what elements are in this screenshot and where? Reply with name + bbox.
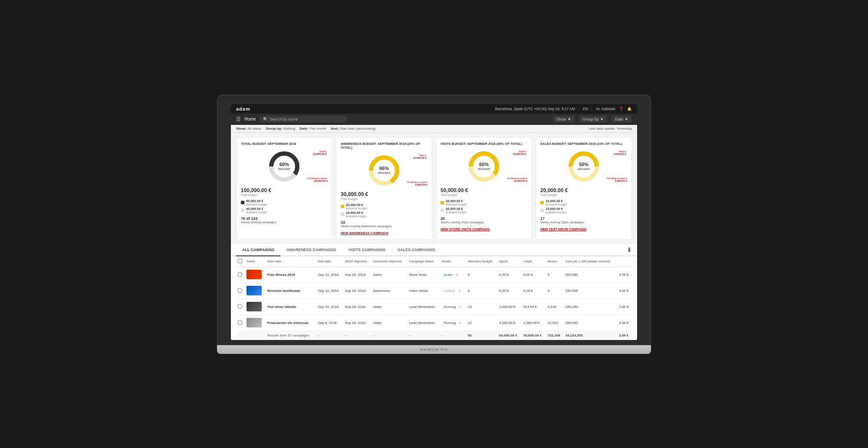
status-badge: Active	[442, 272, 455, 277]
row-spent: 0.00 €	[522, 283, 546, 299]
results-cost: 2.04 €	[617, 331, 632, 340]
status-dropdown-arrow[interactable]: ▼	[456, 274, 458, 276]
row-reach: 289,990	[564, 315, 618, 331]
col-header-fb_objective: Facebook Objective	[372, 256, 408, 267]
search-placeholder: Search by name	[270, 117, 298, 121]
row-checkbox[interactable]	[236, 267, 245, 283]
select-all-checkbox[interactable]	[238, 259, 242, 263]
pending-label: Pending to spent:10,000.00 €	[507, 177, 527, 182]
row-cost: 3.53 €	[617, 267, 632, 283]
budget-stores: 76 of 103 Stores running campaigns	[241, 216, 328, 224]
allocated-color-box	[241, 201, 244, 204]
show-filter: Show: All status	[236, 127, 261, 131]
show-button[interactable]: Show ▼	[553, 116, 575, 123]
row-budget: 0.00 €	[497, 283, 522, 299]
col-header-seat_objective: SEAT objective	[343, 256, 372, 267]
new-campaign-link[interactable]: NEW STORE VISITS CAMPAIGN	[441, 227, 527, 231]
new-campaign-link[interactable]: NEW TEST DRIVE CAMPAIGN	[540, 227, 627, 231]
tab-all[interactable]: ALL CAMPAIGNS	[236, 244, 280, 256]
row-budget: 0.00 €	[497, 267, 522, 283]
row-seat-objective: Visits	[372, 299, 408, 315]
row-status: Running ▼	[440, 299, 466, 315]
results-reach: 34,234,553	[564, 331, 618, 340]
budget-stores: 33 Stores running Awareness campaigns	[341, 220, 427, 228]
app-logo: adam	[236, 106, 250, 111]
filter-bar: Show: All status Group by: Nothing Date:…	[231, 125, 637, 133]
laptop-base: MacBook Pro	[217, 345, 651, 354]
spent-label: Spent:11,000.00 €	[413, 154, 427, 159]
group-by-filter: Group by: Nothing	[266, 127, 295, 131]
status-dropdown-arrow[interactable]: ▼	[459, 322, 462, 324]
status-badge: Running	[442, 304, 458, 309]
language-selector[interactable]: EN	[583, 107, 588, 111]
row-leads: 12,502	[546, 315, 564, 331]
hamburger-icon[interactable]: ☰	[236, 116, 241, 122]
col-header-reach: Reach	[546, 256, 564, 267]
search-box[interactable]: 🔍 Search by name	[260, 116, 346, 123]
budget-total: 20,000.00 €	[540, 187, 627, 193]
col-header-name: Name	[245, 256, 266, 267]
screen-bezel: adam Barcelona, Spain (UTC +02:00) Sep 1…	[217, 95, 651, 345]
bell-icon[interactable]: 🔔	[627, 107, 632, 111]
row-stores: 23	[466, 299, 497, 315]
budget-card-2: VISITS BUDGET: SEPTEMBER 2018 (30% of to…	[436, 137, 532, 240]
row-status: Active ▼	[440, 267, 466, 283]
row-start-date: Sep 10, 2018	[316, 299, 343, 315]
col-header-start_date: Start date ↓	[266, 256, 316, 267]
status-dropdown-arrow[interactable]: ▼	[458, 290, 461, 292]
available-budget-line: 40,000.00 € Available budget	[241, 207, 328, 214]
row-leads: 0	[546, 267, 564, 283]
available-budget-line: 10,000.00 € Available budget	[540, 207, 627, 214]
row-preview	[245, 299, 266, 315]
available-color-box	[540, 209, 544, 212]
row-stores: 0	[466, 267, 497, 283]
status-dropdown-arrow[interactable]: ▼	[459, 306, 462, 308]
table-header: NameStart date ↓End dateSEAT objectiveFa…	[236, 256, 632, 267]
tab-awareness[interactable]: AWARENESS CAMPAIGNS	[280, 244, 342, 256]
export-icon[interactable]: ⬇	[627, 246, 632, 253]
pending-label: Pending to spent:9,000.00 €	[407, 181, 427, 186]
row-spent: 0.00 €	[522, 267, 546, 283]
budget-card-title: SALES BUDGET: SEPTEMBER 2018 (10% of tot…	[540, 142, 627, 146]
row-end-date: Sep 28, 2018	[343, 299, 372, 315]
allocated-budget-line: 30,000.00 € Allocated budget	[441, 199, 527, 206]
budget-card-0: TOTAL BUDGET: SEPTEMBER 2018 60% allocat…	[236, 137, 332, 240]
group-by-button[interactable]: Group by ▼	[579, 116, 607, 123]
donut-container: 50% allocated Spent:5,000.00 € Pending t…	[540, 149, 627, 184]
available-budget-line: 10,000.00 € Available budget	[341, 211, 427, 218]
row-reach: 335,600	[564, 283, 618, 299]
tab-sales[interactable]: SALES CAMPAIGNS	[391, 244, 441, 256]
sort-filter: Sort: Start date (descending)	[331, 127, 376, 131]
results-stores: 50	[466, 331, 497, 340]
row-checkbox[interactable]	[236, 299, 245, 315]
row-name: Test drive híbrido	[266, 299, 316, 315]
table-container: NameStart date ↓End dateSEAT objectiveFa…	[231, 256, 637, 340]
pending-label: Pending to spent:5,000.00 €	[607, 177, 627, 182]
location-info: Barcelona, Spain (UTC +02:00) Sep 16, 9:…	[495, 107, 575, 111]
allocated-color-box	[441, 201, 444, 204]
tab-visits[interactable]: VISITS CAMPAIGNS	[342, 244, 391, 256]
date-button[interactable]: Date ▼	[612, 116, 632, 123]
row-checkbox[interactable]	[236, 315, 245, 331]
results-row: Results from 57 campaigns - - - - - 50 6…	[236, 331, 632, 340]
available-color-box	[341, 213, 344, 216]
help-icon[interactable]: ❓	[619, 107, 624, 111]
donut-center-text: 60% allocated	[278, 162, 290, 171]
home-nav-item[interactable]: Home	[244, 117, 256, 121]
results-label: Results from 57 campaigns	[266, 331, 316, 340]
row-leads: 5,243	[546, 299, 564, 315]
new-campaign-link[interactable]: NEW AWARENESS CAMPAIGN	[341, 231, 427, 235]
row-checkbox[interactable]	[236, 283, 245, 299]
budget-total: 100,000.00 €	[241, 187, 328, 193]
budget-total: 30,000.00 €	[341, 191, 427, 197]
row-status: Running ▼	[440, 315, 466, 331]
search-icon: 🔍	[263, 117, 268, 121]
spent-label: Spent:20,000.00 €	[513, 150, 526, 155]
results-spent: 35,000.00 €	[522, 331, 546, 340]
top-bar: adam Barcelona, Spain (UTC +02:00) Sep 1…	[231, 104, 637, 114]
row-name: Revisión bonificada	[266, 283, 316, 299]
row-fb-objective: Lead Generation	[407, 299, 440, 315]
available-budget-line: 20,000.00 € Available budget	[441, 207, 527, 214]
donut-container: 66% allocated Spent:11,000.00 € Pending …	[341, 153, 427, 188]
allocated-budget-line: 10,000.00 € Allocated budget	[540, 199, 627, 206]
